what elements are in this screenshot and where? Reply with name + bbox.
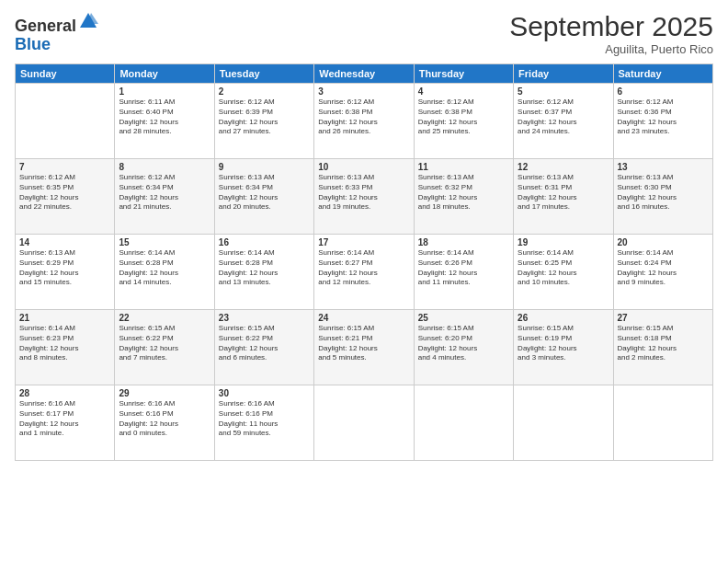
calendar-cell: 2Sunrise: 6:12 AM Sunset: 6:39 PM Daylig… <box>214 84 313 159</box>
logo-blue-text: Blue <box>15 35 51 53</box>
day-info: Sunrise: 6:14 AM Sunset: 6:24 PM Dayligh… <box>618 248 709 288</box>
day-number: 3 <box>318 86 409 97</box>
calendar-cell <box>613 385 712 461</box>
calendar-cell: 8Sunrise: 6:12 AM Sunset: 6:34 PM Daylig… <box>115 159 214 235</box>
calendar-cell: 6Sunrise: 6:12 AM Sunset: 6:36 PM Daylig… <box>613 84 712 159</box>
day-number: 21 <box>19 313 110 323</box>
day-info: Sunrise: 6:15 AM Sunset: 6:20 PM Dayligh… <box>418 324 509 363</box>
day-number: 6 <box>618 86 709 97</box>
day-info: Sunrise: 6:13 AM Sunset: 6:32 PM Dayligh… <box>418 173 509 213</box>
day-info: Sunrise: 6:14 AM Sunset: 6:25 PM Dayligh… <box>518 248 609 288</box>
day-info: Sunrise: 6:13 AM Sunset: 6:31 PM Dayligh… <box>518 173 609 213</box>
day-info: Sunrise: 6:12 AM Sunset: 6:34 PM Dayligh… <box>119 173 210 213</box>
logo: General Blue <box>15 11 98 54</box>
day-info: Sunrise: 6:14 AM Sunset: 6:23 PM Dayligh… <box>19 324 110 363</box>
calendar-cell: 4Sunrise: 6:12 AM Sunset: 6:38 PM Daylig… <box>414 84 513 159</box>
day-number: 15 <box>119 237 210 247</box>
location: Aguilita, Puerto Rico <box>509 42 713 56</box>
day-number: 28 <box>19 388 110 398</box>
day-info: Sunrise: 6:11 AM Sunset: 6:40 PM Dayligh… <box>119 98 210 137</box>
calendar-cell: 11Sunrise: 6:13 AM Sunset: 6:32 PM Dayli… <box>414 159 513 235</box>
day-info: Sunrise: 6:12 AM Sunset: 6:35 PM Dayligh… <box>19 173 110 213</box>
weekday-header-friday: Friday <box>514 64 613 84</box>
day-info: Sunrise: 6:14 AM Sunset: 6:28 PM Dayligh… <box>119 248 210 288</box>
calendar-cell: 20Sunrise: 6:14 AM Sunset: 6:24 PM Dayli… <box>613 235 712 310</box>
calendar-cell: 23Sunrise: 6:15 AM Sunset: 6:22 PM Dayli… <box>214 310 313 385</box>
month-title: September 2025 <box>509 11 713 42</box>
day-number: 27 <box>618 313 709 323</box>
day-info: Sunrise: 6:12 AM Sunset: 6:37 PM Dayligh… <box>518 98 609 137</box>
day-info: Sunrise: 6:13 AM Sunset: 6:34 PM Dayligh… <box>219 173 310 213</box>
day-info: Sunrise: 6:12 AM Sunset: 6:38 PM Dayligh… <box>318 98 409 137</box>
calendar-cell: 12Sunrise: 6:13 AM Sunset: 6:31 PM Dayli… <box>514 159 613 235</box>
day-number: 2 <box>219 86 310 97</box>
calendar-cell <box>414 385 513 461</box>
day-info: Sunrise: 6:12 AM Sunset: 6:38 PM Dayligh… <box>418 98 509 137</box>
day-number: 22 <box>119 313 210 323</box>
calendar-cell: 17Sunrise: 6:14 AM Sunset: 6:27 PM Dayli… <box>314 235 414 310</box>
day-info: Sunrise: 6:14 AM Sunset: 6:28 PM Dayligh… <box>219 248 310 288</box>
weekday-header-sunday: Sunday <box>16 64 115 84</box>
day-number: 26 <box>518 313 609 323</box>
day-info: Sunrise: 6:13 AM Sunset: 6:30 PM Dayligh… <box>618 173 709 213</box>
weekday-header-tuesday: Tuesday <box>214 64 313 84</box>
calendar-cell: 25Sunrise: 6:15 AM Sunset: 6:20 PM Dayli… <box>414 310 513 385</box>
day-number: 20 <box>618 237 709 247</box>
day-number: 13 <box>618 162 709 172</box>
weekday-header-monday: Monday <box>115 64 214 84</box>
calendar-cell: 28Sunrise: 6:16 AM Sunset: 6:17 PM Dayli… <box>16 385 115 461</box>
logo-general-text: General <box>15 17 76 35</box>
calendar-cell <box>16 84 115 159</box>
day-info: Sunrise: 6:15 AM Sunset: 6:22 PM Dayligh… <box>119 324 210 363</box>
calendar-cell: 18Sunrise: 6:14 AM Sunset: 6:26 PM Dayli… <box>414 235 513 310</box>
day-info: Sunrise: 6:15 AM Sunset: 6:18 PM Dayligh… <box>618 324 709 363</box>
calendar-cell <box>314 385 414 461</box>
day-number: 23 <box>219 313 310 323</box>
header: General Blue September 2025 Aguilita, Pu… <box>15 11 713 56</box>
day-number: 19 <box>518 237 609 247</box>
calendar-cell: 16Sunrise: 6:14 AM Sunset: 6:28 PM Dayli… <box>214 235 313 310</box>
day-number: 24 <box>318 313 409 323</box>
calendar-cell: 15Sunrise: 6:14 AM Sunset: 6:28 PM Dayli… <box>115 235 214 310</box>
calendar-cell <box>514 385 613 461</box>
weekday-header-thursday: Thursday <box>414 64 513 84</box>
calendar-cell: 10Sunrise: 6:13 AM Sunset: 6:33 PM Dayli… <box>314 159 414 235</box>
day-number: 30 <box>219 388 310 398</box>
day-number: 4 <box>418 86 509 97</box>
day-number: 12 <box>518 162 609 172</box>
day-info: Sunrise: 6:15 AM Sunset: 6:19 PM Dayligh… <box>518 324 609 363</box>
day-number: 16 <box>219 237 310 247</box>
weekday-header-saturday: Saturday <box>613 64 712 84</box>
calendar-cell: 13Sunrise: 6:13 AM Sunset: 6:30 PM Dayli… <box>613 159 712 235</box>
calendar-cell: 30Sunrise: 6:16 AM Sunset: 6:16 PM Dayli… <box>214 385 313 461</box>
day-number: 1 <box>119 86 210 97</box>
weekday-header-wednesday: Wednesday <box>314 64 414 84</box>
day-info: Sunrise: 6:14 AM Sunset: 6:27 PM Dayligh… <box>318 248 409 288</box>
calendar-cell: 5Sunrise: 6:12 AM Sunset: 6:37 PM Daylig… <box>514 84 613 159</box>
calendar-cell: 19Sunrise: 6:14 AM Sunset: 6:25 PM Dayli… <box>514 235 613 310</box>
day-number: 9 <box>219 162 310 172</box>
day-info: Sunrise: 6:16 AM Sunset: 6:17 PM Dayligh… <box>19 399 110 439</box>
day-number: 29 <box>119 388 210 398</box>
day-number: 10 <box>318 162 409 172</box>
calendar-cell: 26Sunrise: 6:15 AM Sunset: 6:19 PM Dayli… <box>514 310 613 385</box>
calendar-cell: 22Sunrise: 6:15 AM Sunset: 6:22 PM Dayli… <box>115 310 214 385</box>
calendar-cell: 21Sunrise: 6:14 AM Sunset: 6:23 PM Dayli… <box>16 310 115 385</box>
logo-icon <box>78 11 98 31</box>
day-info: Sunrise: 6:15 AM Sunset: 6:22 PM Dayligh… <box>219 324 310 363</box>
day-info: Sunrise: 6:13 AM Sunset: 6:29 PM Dayligh… <box>19 248 110 288</box>
calendar-cell: 14Sunrise: 6:13 AM Sunset: 6:29 PM Dayli… <box>16 235 115 310</box>
day-number: 18 <box>418 237 509 247</box>
day-info: Sunrise: 6:12 AM Sunset: 6:36 PM Dayligh… <box>618 98 709 137</box>
day-info: Sunrise: 6:14 AM Sunset: 6:26 PM Dayligh… <box>418 248 509 288</box>
calendar: SundayMondayTuesdayWednesdayThursdayFrid… <box>15 63 713 461</box>
calendar-cell: 7Sunrise: 6:12 AM Sunset: 6:35 PM Daylig… <box>16 159 115 235</box>
day-info: Sunrise: 6:12 AM Sunset: 6:39 PM Dayligh… <box>219 98 310 137</box>
day-number: 25 <box>418 313 509 323</box>
day-number: 8 <box>119 162 210 172</box>
calendar-cell: 1Sunrise: 6:11 AM Sunset: 6:40 PM Daylig… <box>115 84 214 159</box>
calendar-cell: 9Sunrise: 6:13 AM Sunset: 6:34 PM Daylig… <box>214 159 313 235</box>
calendar-cell: 3Sunrise: 6:12 AM Sunset: 6:38 PM Daylig… <box>314 84 414 159</box>
day-number: 5 <box>518 86 609 97</box>
title-block: September 2025 Aguilita, Puerto Rico <box>509 11 713 56</box>
